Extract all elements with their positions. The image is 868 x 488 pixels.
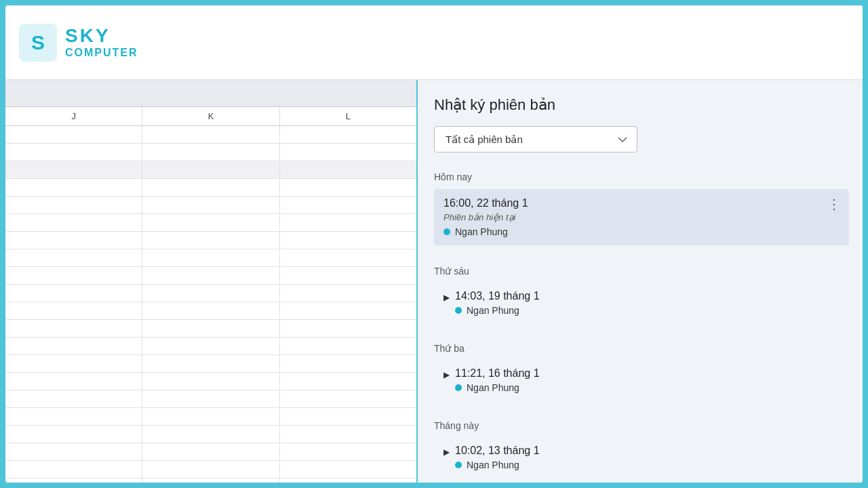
session-entry-month-1[interactable]: ▶ 10:02, 13 tháng 1 Ngan Phung (434, 438, 849, 477)
session-entry-active[interactable]: 16:00, 22 tháng 1 Phiên bản hiện tại Nga… (434, 189, 849, 245)
session-current-label: Phiên bản hiện tại (443, 212, 840, 222)
entry-content-tuesday: 11:21, 16 tháng 1 Ngan Phung (455, 367, 840, 393)
expand-arrow-icon: ▶ (443, 293, 450, 302)
table-row (5, 126, 416, 144)
table-row (5, 267, 416, 285)
session-time-2: 14:03, 19 tháng 1 (455, 290, 840, 302)
entry-content-friday: 14:03, 19 tháng 1 Ngan Phung (455, 290, 840, 316)
session-entry-tuesday[interactable]: ▶ 11:21, 16 tháng 1 Ngan Phung (434, 361, 849, 400)
sky-computer-logo-icon: S (19, 24, 57, 62)
table-row (5, 443, 416, 461)
user-name-2: Ngan Phung (467, 305, 519, 316)
col-header-j: J (5, 107, 142, 125)
table-row (5, 302, 416, 320)
table-row (5, 161, 416, 179)
section-tuesday: Thứ ba ▶ 11:21, 16 tháng 1 Ngan Phung (434, 340, 849, 408)
session-entry-friday[interactable]: ▶ 14:03, 19 tháng 1 Ngan Phung (434, 283, 849, 323)
section-friday: Thứ sáu ▶ 14:03, 19 tháng 1 Ngan Phung (434, 263, 849, 331)
table-row (5, 179, 416, 197)
sidebar-title: Nhật ký phiên bản (434, 96, 849, 114)
expand-arrow-icon: ▶ (443, 370, 450, 380)
table-row (5, 285, 416, 302)
logo-computer: COMPUTER (65, 47, 138, 59)
user-dot-icon (455, 307, 462, 314)
sheet-col-headers: J K L (5, 107, 416, 126)
user-name-4: Ngan Phung (467, 460, 519, 470)
table-row (5, 197, 416, 214)
table-row (5, 461, 416, 479)
table-row (5, 373, 416, 390)
section-label-today: Hôm nay (434, 171, 849, 182)
user-name-1: Ngan Phung (455, 226, 508, 237)
table-row (5, 232, 416, 249)
session-log-panel: Nhật ký phiên bản Tất cả phiên bản Hôm n… (418, 80, 863, 483)
table-row (5, 320, 416, 338)
logo-area: S SKY COMPUTER (19, 24, 138, 62)
section-label-tuesday: Thứ ba (434, 343, 849, 354)
user-name-3: Ngan Phung (467, 382, 519, 393)
table-row (5, 214, 416, 232)
table-row (5, 144, 416, 161)
section-label-this-month: Tháng này (434, 420, 849, 431)
section-today: Hôm nay 16:00, 22 tháng 1 Phiên bản hiện… (434, 169, 849, 253)
table-row (5, 408, 416, 426)
session-time-3: 11:21, 16 tháng 1 (455, 367, 840, 380)
table-row (5, 390, 416, 408)
entry-content-month-1: 10:02, 13 tháng 1 Ngan Phung (455, 445, 840, 470)
session-user-3: Ngan Phung (455, 382, 840, 393)
session-user-2: Ngan Phung (455, 305, 840, 316)
section-this-month: Tháng này ▶ 10:02, 13 tháng 1 Ngan Phung… (434, 418, 849, 483)
spreadsheet-panel: J K L (5, 80, 418, 483)
col-header-l: L (280, 107, 416, 125)
table-row (5, 338, 416, 355)
session-user-1: Ngan Phung (443, 226, 840, 237)
user-dot-icon (443, 228, 450, 235)
table-row (5, 249, 416, 267)
user-dot-icon (455, 462, 462, 468)
session-time-1: 16:00, 22 tháng 1 (443, 197, 840, 209)
sheet-toolbar (5, 80, 416, 107)
main-area: J K L (5, 80, 863, 483)
session-user-4: Ngan Phung (455, 460, 840, 470)
session-time-4: 10:02, 13 tháng 1 (455, 445, 840, 457)
table-row (5, 479, 416, 483)
version-filter-dropdown[interactable]: Tất cả phiên bản (434, 126, 637, 152)
logo-sky: SKY (65, 26, 138, 47)
sheet-rows (5, 126, 416, 483)
logo-text: SKY COMPUTER (65, 26, 138, 58)
table-row (5, 426, 416, 443)
svg-text:S: S (31, 31, 45, 54)
more-options-button[interactable]: ⋮ (827, 197, 841, 211)
user-dot-icon (455, 384, 462, 391)
table-row (5, 355, 416, 373)
header: S SKY COMPUTER (5, 5, 863, 80)
expand-arrow-icon: ▶ (443, 447, 450, 457)
section-label-friday: Thứ sáu (434, 266, 849, 277)
col-header-k: K (142, 107, 279, 125)
